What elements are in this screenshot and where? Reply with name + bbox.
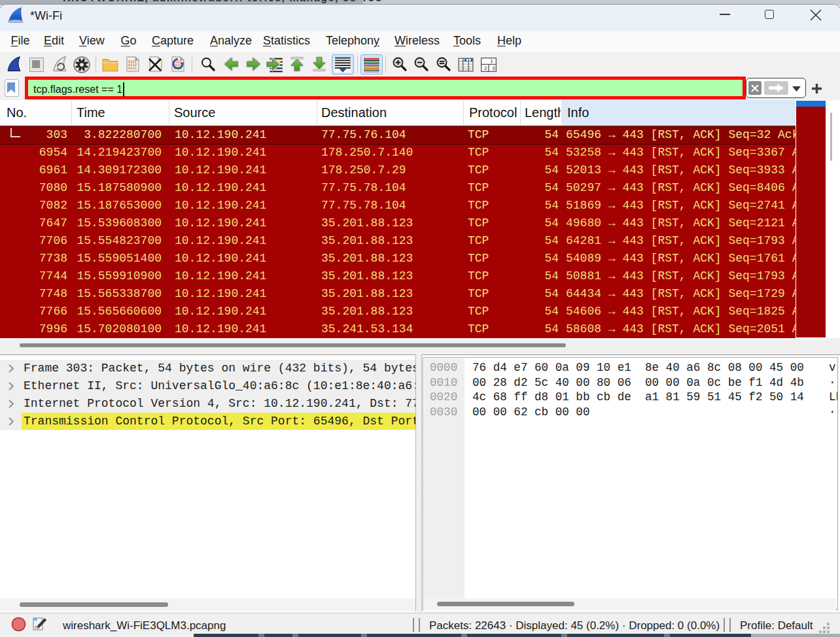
svg-text:1: 1 bbox=[490, 58, 493, 64]
svg-text:3: 3 bbox=[492, 65, 495, 71]
svg-text:0111: 0111 bbox=[128, 67, 137, 71]
svg-text:2: 2 bbox=[484, 65, 487, 71]
